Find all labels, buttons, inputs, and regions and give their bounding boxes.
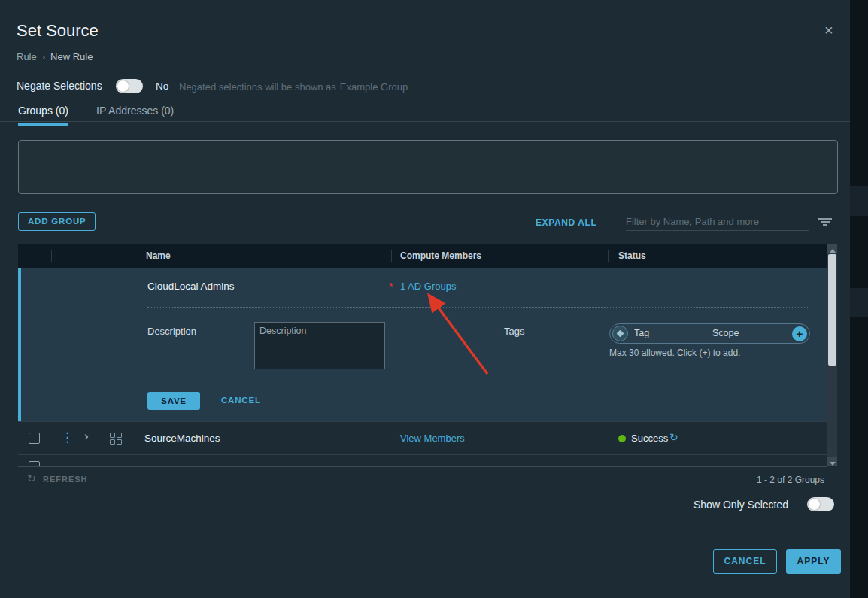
show-only-selected-toggle[interactable] bbox=[807, 497, 834, 511]
column-divider bbox=[608, 250, 609, 262]
tab-groups[interactable]: Groups (0) bbox=[18, 105, 68, 126]
negate-hint-example: Example Group bbox=[340, 81, 408, 93]
show-only-selected-label: Show Only Selected bbox=[693, 499, 788, 511]
breadcrumb-rule[interactable]: Rule bbox=[17, 51, 37, 62]
breadcrumb: Rule›New Rule bbox=[17, 51, 93, 62]
group-name-input[interactable] bbox=[147, 277, 385, 296]
tags-label: Tags bbox=[504, 326, 524, 337]
status-badge: Success bbox=[631, 433, 668, 444]
toggle-knob bbox=[117, 80, 129, 92]
table-row-partial bbox=[18, 454, 827, 466]
add-tag-button[interactable]: + bbox=[792, 326, 807, 341]
add-group-button[interactable]: ADD GROUP bbox=[18, 212, 96, 231]
negate-toggle-state: No bbox=[156, 80, 168, 92]
background-page-fragment bbox=[850, 288, 868, 317]
apply-button[interactable]: APPLY bbox=[786, 549, 841, 574]
scroll-up-arrow[interactable] bbox=[827, 244, 837, 253]
filter-icon[interactable] bbox=[818, 218, 832, 227]
page-title: Set Source bbox=[17, 21, 99, 41]
row-checkbox[interactable] bbox=[29, 433, 40, 444]
background-page-edge bbox=[850, 0, 868, 598]
set-source-dialog: Set Source × Rule›New Rule Negate Select… bbox=[0, 0, 868, 598]
column-header-compute-members: Compute Members bbox=[400, 250, 481, 261]
edit-cancel-link[interactable]: CANCEL bbox=[221, 396, 261, 405]
scroll-down-arrow[interactable] bbox=[827, 457, 837, 466]
column-header-status: Status bbox=[618, 250, 646, 261]
group-name: SourceMachines bbox=[144, 433, 220, 444]
expand-chevron-icon[interactable]: › bbox=[84, 429, 89, 444]
close-icon[interactable]: × bbox=[824, 23, 833, 38]
refresh-icon[interactable]: ↻ bbox=[27, 472, 36, 484]
status-refresh-icon[interactable]: ↻ bbox=[669, 431, 678, 443]
kebab-menu-icon[interactable]: ⋮ bbox=[61, 430, 74, 445]
scrollbar-thumb[interactable] bbox=[828, 254, 836, 366]
chevron-right-icon: › bbox=[42, 51, 45, 62]
tag-picker: + bbox=[609, 323, 810, 344]
table-header: Name Compute Members Status bbox=[18, 244, 827, 268]
negate-selections-label: Negate Selections bbox=[17, 80, 102, 92]
column-divider bbox=[391, 250, 392, 262]
ad-groups-link[interactable]: 1 AD Groups bbox=[400, 281, 456, 292]
row-count: 1 - 2 of 2 Groups bbox=[757, 475, 824, 485]
tags-hint: Max 30 allowed. Click (+) to add. bbox=[609, 348, 740, 358]
table-footer: ↻ REFRESH 1 - 2 of 2 Groups bbox=[18, 466, 827, 490]
selected-groups-box bbox=[18, 140, 838, 194]
scope-input[interactable] bbox=[712, 326, 780, 341]
toggle-knob bbox=[809, 499, 820, 510]
table-row: ⋮ › SourceMachines View Members Success … bbox=[18, 421, 827, 454]
tag-input[interactable] bbox=[634, 326, 703, 341]
breadcrumb-new-rule: New Rule bbox=[50, 51, 93, 62]
column-header-name: Name bbox=[146, 250, 171, 261]
save-button[interactable]: SAVE bbox=[147, 392, 200, 410]
tabs-divider bbox=[0, 121, 850, 122]
row-checkbox[interactable] bbox=[29, 461, 40, 466]
required-marker: * bbox=[389, 281, 393, 293]
dotted-divider bbox=[147, 307, 809, 308]
expand-all-link[interactable]: EXPAND ALL bbox=[536, 217, 596, 228]
description-label: Description bbox=[147, 326, 196, 337]
negate-selections-toggle[interactable] bbox=[116, 79, 143, 93]
group-icon bbox=[110, 433, 122, 445]
cancel-button[interactable]: CANCEL bbox=[713, 549, 777, 574]
filter-input[interactable] bbox=[626, 212, 809, 231]
view-members-link[interactable]: View Members bbox=[400, 433, 465, 444]
column-divider bbox=[51, 250, 52, 262]
description-textarea[interactable] bbox=[254, 322, 385, 369]
table-scrollbar[interactable] bbox=[827, 244, 837, 466]
refresh-button[interactable]: REFRESH bbox=[43, 475, 88, 484]
negate-hint: Negated selections will be shown asExamp… bbox=[179, 81, 408, 93]
tag-icon bbox=[612, 326, 628, 341]
status-success-dot bbox=[618, 435, 626, 442]
group-edit-row: * 1 AD Groups Description Tags + Max 30 … bbox=[18, 268, 827, 421]
negate-hint-text: Negated selections will be shown as bbox=[179, 81, 336, 93]
background-page-fragment bbox=[850, 186, 868, 216]
